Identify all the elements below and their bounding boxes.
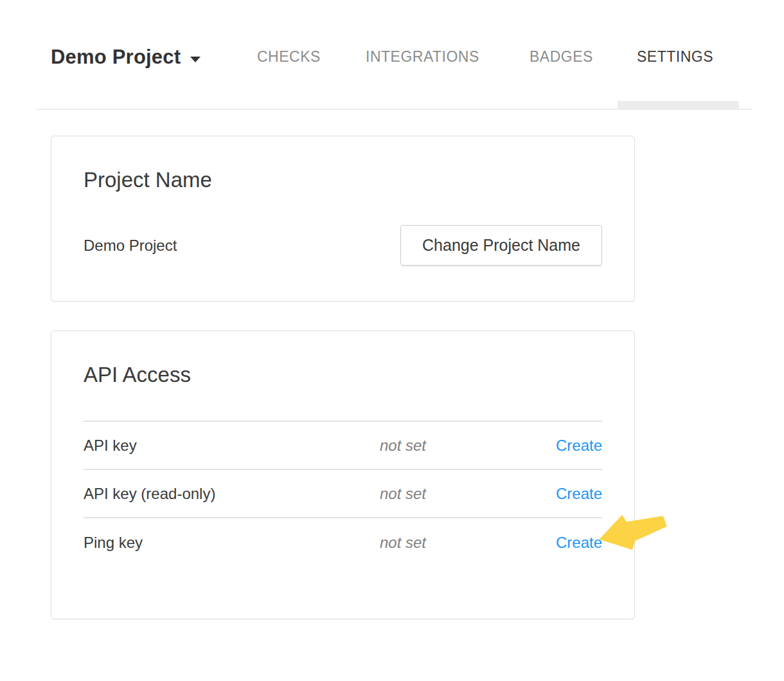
project-settings-page: Demo Project CHECKS INTEGRATIONS BADGES … bbox=[0, 0, 784, 681]
project-title: Demo Project bbox=[51, 46, 181, 69]
ping-key-label: Ping key bbox=[84, 534, 361, 552]
api-keys-table: API key not set Create API key (read-onl… bbox=[84, 421, 602, 567]
project-name-row: Demo Project Change Project Name bbox=[84, 225, 602, 266]
table-row-ping-key: Ping key not set Create bbox=[84, 518, 602, 567]
api-key-value: not set bbox=[361, 437, 445, 455]
create-api-key-link[interactable]: Create bbox=[556, 437, 602, 455]
create-ping-key-link[interactable]: Create bbox=[556, 534, 602, 552]
api-access-card: API Access API key not set Create API ke… bbox=[51, 331, 635, 619]
tab-integrations[interactable]: INTEGRATIONS bbox=[366, 50, 479, 64]
project-name-card-title: Project Name bbox=[84, 167, 602, 193]
api-key-label: API key bbox=[84, 437, 361, 455]
table-row-api-key: API key not set Create bbox=[84, 422, 602, 470]
table-row-api-key-readonly: API key (read-only) not set Create bbox=[84, 470, 602, 518]
project-name-value: Demo Project bbox=[84, 237, 177, 255]
header-divider bbox=[37, 109, 753, 110]
tab-checks[interactable]: CHECKS bbox=[257, 50, 321, 64]
api-key-readonly-value: not set bbox=[361, 485, 445, 503]
chevron-down-icon bbox=[190, 57, 200, 62]
api-access-card-title: API Access bbox=[84, 362, 602, 388]
project-name-card: Project Name Demo Project Change Project… bbox=[51, 136, 635, 302]
ping-key-value: not set bbox=[361, 534, 445, 552]
change-project-name-button[interactable]: Change Project Name bbox=[400, 225, 602, 266]
active-tab-indicator bbox=[618, 101, 739, 109]
create-readonly-api-key-link[interactable]: Create bbox=[556, 485, 602, 503]
project-switcher[interactable]: Demo Project bbox=[51, 46, 200, 69]
api-key-readonly-label: API key (read-only) bbox=[84, 485, 361, 503]
tab-settings[interactable]: SETTINGS bbox=[637, 50, 713, 64]
tab-badges[interactable]: BADGES bbox=[530, 50, 593, 64]
